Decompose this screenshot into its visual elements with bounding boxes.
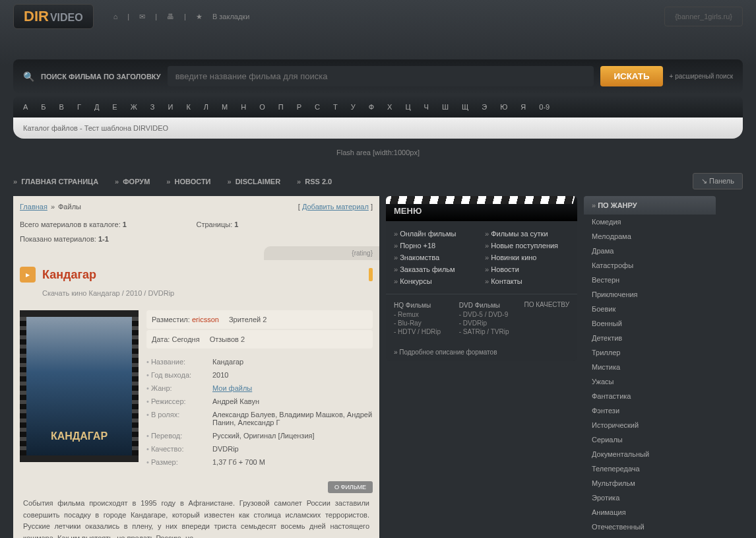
genre-Драма[interactable]: Драма [584,244,716,258]
genre-Вестерн[interactable]: Вестерн [584,273,716,287]
alpha-С[interactable]: С [315,103,320,111]
alpha-Л[interactable]: Л [204,103,208,111]
genre-Исторический[interactable]: Исторический [584,418,716,432]
alpha-Т[interactable]: Т [333,103,338,111]
alpha-Ж[interactable]: Ж [131,103,137,111]
alpha-Ц[interactable]: Ц [405,103,410,111]
genre-Эротика[interactable]: Эротика [584,490,716,505]
alpha-Б[interactable]: Б [41,103,46,111]
genre-Катастрофы[interactable]: Катастрофы [584,258,716,273]
quality-item[interactable]: - DVDRip [459,319,518,327]
genre-Отечественный[interactable]: Отечественный [584,520,716,534]
genre-header: ПО ЖАНРУ [584,196,716,215]
alpha-П[interactable]: П [278,103,284,111]
menu-item[interactable]: Порно +18 [394,240,478,252]
alpha-Я[interactable]: Я [520,103,526,111]
alpha-Е[interactable]: Е [112,103,117,111]
alpha-0-9[interactable]: 0-9 [539,103,550,111]
alpha-Щ[interactable]: Щ [462,103,468,111]
genre-Телепередача[interactable]: Телепередача [584,461,716,476]
genre-Детектив[interactable]: Детектив [584,331,716,345]
star-icon[interactable]: ★ [196,13,203,21]
quality-item[interactable]: - DVD-5 / DVD-9 [459,310,518,319]
alpha-М[interactable]: М [222,103,228,111]
print-icon[interactable]: 🖶 [167,13,174,20]
menu-item[interactable]: Контакты [485,275,569,287]
logo[interactable]: DIR VIDEO [13,4,94,29]
alpha-О[interactable]: О [259,103,265,111]
menu-item[interactable]: Новые поступления [485,240,569,252]
mail-icon[interactable]: ✉ [139,13,145,21]
more-formats-link[interactable]: Подробное описание форматов [386,343,577,361]
genre-Боевик[interactable]: Боевик [584,302,716,316]
search-button[interactable]: ИСКАТЬ [600,66,662,86]
film-field-value[interactable]: Мои файлы [212,384,373,392]
add-material-link[interactable]: Добавить материал [302,203,369,211]
film-subtitle: Скачать кино Кандагар / 2010 / DVDRip [13,289,379,304]
alpha-Д[interactable]: Д [94,103,99,111]
alpha-Ш[interactable]: Ш [442,103,449,111]
genre-Мультфильм[interactable]: Мультфильм [584,476,716,490]
nav-rss-2.0[interactable]: RSS 2.0 [297,178,332,185]
search-input[interactable] [168,66,594,86]
genre-Военный[interactable]: Военный [584,316,716,331]
nav-форум[interactable]: ФОРУМ [115,178,150,185]
quality-item[interactable]: - Remux [394,310,453,319]
alpha-Х[interactable]: Х [387,103,392,111]
genre-Триллер[interactable]: Триллер [584,345,716,360]
menu-item[interactable]: Онлайн фильмы [394,228,478,240]
alpha-Г[interactable]: Г [77,103,81,111]
menu-item[interactable]: Знакомства [394,252,478,263]
genre-Мелодрама[interactable]: Мелодрама [584,229,716,244]
menu-item[interactable]: Заказать фильм [394,263,478,275]
menu-header: МЕНЮ [386,196,577,221]
advanced-search-link[interactable]: + расширеный поиск [670,73,733,80]
panel-button[interactable]: ↘ Панель [693,173,743,189]
genre-Приключения[interactable]: Приключения [584,287,716,302]
genre-Ужасы[interactable]: Ужасы [584,374,716,389]
alpha-А[interactable]: А [23,103,28,111]
genre-Документальный[interactable]: Документальный [584,447,716,461]
quality-item[interactable]: - Blu-Ray [394,319,453,327]
alpha-Э[interactable]: Э [482,103,487,111]
breadcrumb-home[interactable]: Главная [20,203,47,211]
film-field-value: Александр Балуев, Владимир Машков, Андре… [212,411,373,426]
nav-disclaimer[interactable]: DISCLAIMER [228,178,281,185]
quality-item[interactable]: - SATRip / TVRip [459,327,518,336]
nav-новости[interactable]: НОВОСТИ [166,178,210,185]
logo-video: VIDEO [50,12,83,24]
bookmark-link[interactable]: В закладки [212,13,249,20]
alpha-Ю[interactable]: Ю [500,103,507,111]
alpha-У[interactable]: У [351,103,356,111]
flash-area: Flash area [width:1000px] [0,139,756,166]
genre-Мистика[interactable]: Мистика [584,360,716,374]
alpha-К[interactable]: К [186,103,190,111]
nav-главная-страница[interactable]: ГЛАВНАЯ СТРАНИЦА [13,178,98,185]
alpha-И[interactable]: И [168,103,173,111]
genre-Фантастика[interactable]: Фантастика [584,389,716,403]
logo-dir: DIR [24,8,49,25]
menu-item[interactable]: Новинки кино [485,252,569,263]
alpha-Ч[interactable]: Ч [424,103,429,111]
genre-Комедия[interactable]: Комедия [584,215,716,229]
genre-Сериалы[interactable]: Сериалы [584,432,716,447]
breadcrumb: Главная » Файлы [ Добавить материал ] [13,196,379,217]
genre-Анимация[interactable]: Анимация [584,505,716,520]
genre-Фэнтези[interactable]: Фэнтези [584,403,716,418]
alpha-Ф[interactable]: Ф [369,103,374,111]
alpha-Р[interactable]: Р [297,103,301,111]
flag-icon [369,268,373,281]
home-icon[interactable]: ⌂ [113,13,118,20]
about-tab[interactable]: О ФИЛЬМЕ [328,481,373,493]
menu-item[interactable]: Новости [485,263,569,275]
quality-item[interactable]: - HDTV / HDRip [394,327,453,336]
film-field-value: 2010 [212,371,373,379]
alpha-З[interactable]: З [150,103,155,111]
film-poster[interactable]: КАНДАГАР [20,310,139,462]
alpha-В[interactable]: В [59,103,64,111]
author-link[interactable]: ericsson [192,316,219,323]
alpha-Н[interactable]: Н [241,103,246,111]
menu-item[interactable]: Фильмы за сутки [485,228,569,240]
menu-item[interactable]: Конкурсы [394,275,478,287]
film-title[interactable]: Кандагар [42,268,96,282]
